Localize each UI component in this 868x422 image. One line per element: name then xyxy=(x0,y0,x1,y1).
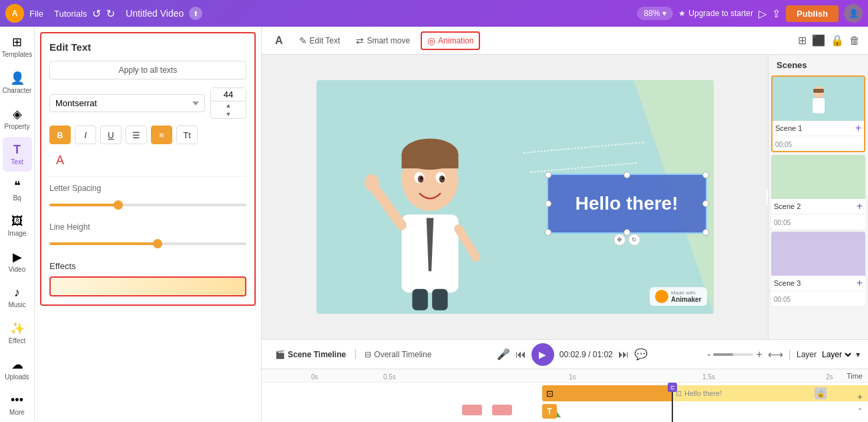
playback-bar: 🎬 Scene Timeline | ⊟ Overall Timeline 🎤 … xyxy=(262,339,868,369)
canvas-text[interactable]: Hello there! xyxy=(575,193,678,214)
redo-button[interactable]: ↻ xyxy=(106,7,115,20)
text-size-button[interactable]: A xyxy=(270,32,288,49)
scene-2-preview xyxy=(771,155,865,199)
font-size-input[interactable]: 44 xyxy=(211,88,246,101)
canvas-frame[interactable]: Hello there! ✥ ↻ Made with Animaker xyxy=(316,80,714,314)
font-family-select[interactable]: Montserrat xyxy=(49,94,205,112)
scene-2-add[interactable]: + xyxy=(857,200,863,212)
line-height-slider[interactable] xyxy=(49,237,246,250)
effects-preview[interactable] xyxy=(49,276,246,296)
svg-rect-18 xyxy=(813,98,825,114)
sidebar-item-templates[interactable]: ⊞ Templates xyxy=(3,29,32,64)
templates-icon: ⊞ xyxy=(12,35,22,49)
timeline-track-text[interactable]: ⊡ Hello there! xyxy=(672,385,868,401)
font-size-down[interactable]: ▼ xyxy=(211,110,246,119)
left-sidebar: ⊞ Templates 👤 Character ◈ Property T Tex… xyxy=(0,27,35,422)
letter-spacing-slider[interactable] xyxy=(49,198,246,212)
skip-forward-button[interactable]: ⏭ xyxy=(618,349,629,361)
rotate-ctrl[interactable]: ↻ xyxy=(628,234,640,246)
image-icon: 🖼 xyxy=(11,214,23,228)
playhead-head[interactable]: ⊏ xyxy=(668,383,677,392)
video-track-icon: ⊡ xyxy=(546,389,554,399)
align-icon-button[interactable]: ⬛ xyxy=(812,34,825,47)
sidebar-item-music[interactable]: ♪ Music xyxy=(3,280,32,314)
overall-timeline-tab[interactable]: ⊟ Overall Timeline xyxy=(359,348,437,361)
animation-button[interactable]: ◎ Animation xyxy=(421,31,480,50)
bq-icon: ❝ xyxy=(14,178,21,193)
move-ctrl[interactable]: ✥ xyxy=(614,234,626,246)
sidebar-item-more[interactable]: ••• More xyxy=(3,387,32,422)
align-center-button[interactable]: ≡ xyxy=(151,126,172,144)
mic-button[interactable]: 🎤 xyxy=(497,348,510,361)
publish-button[interactable]: Publish xyxy=(786,5,839,22)
handle-ml[interactable] xyxy=(545,200,552,207)
fit-button[interactable]: ⟷ xyxy=(768,348,783,361)
file-menu[interactable]: File xyxy=(29,9,43,19)
timeline-track-video[interactable]: ⊡ xyxy=(542,385,676,401)
line-height-thumb[interactable] xyxy=(153,239,162,248)
playback-time: 00:02.9 / 01:02 xyxy=(560,350,613,359)
lock-icon-button[interactable]: 🔒 xyxy=(831,34,844,47)
share-button[interactable]: ⇪ xyxy=(772,7,781,20)
sidebar-item-image[interactable]: 🖼 Image xyxy=(3,208,32,243)
handle-tl[interactable] xyxy=(545,172,552,178)
canvas-text-box[interactable]: Hello there! ✥ ↻ xyxy=(547,174,707,234)
caption-button[interactable]: 💬 xyxy=(634,348,648,361)
sidebar-item-text[interactable]: T Text xyxy=(3,137,32,172)
timeline-bar-1[interactable] xyxy=(462,405,482,415)
user-avatar[interactable]: 👤 xyxy=(844,4,863,23)
sidebar-item-effect[interactable]: ✨ Effect xyxy=(3,316,32,351)
edit-text-button[interactable]: ✎ Edit Text xyxy=(294,33,346,49)
grid-icon-button[interactable]: ⊞ xyxy=(798,34,807,47)
zoom-control[interactable]: 88% ▾ xyxy=(637,7,673,20)
zoom-out-button[interactable]: - xyxy=(707,349,710,361)
zoom-in-button[interactable]: + xyxy=(756,349,762,361)
play-button[interactable]: ▶ xyxy=(531,343,554,366)
sidebar-item-video[interactable]: ▶ Video xyxy=(3,244,32,279)
scene-thumb-2[interactable]: Scene 2 + 00:05 xyxy=(771,155,865,229)
skip-back-button[interactable]: ⏮ xyxy=(515,349,526,361)
sidebar-item-character[interactable]: 👤 Character xyxy=(3,65,32,100)
smart-move-button[interactable]: ⇄ Smart move xyxy=(351,33,415,49)
handle-tm[interactable] xyxy=(624,172,630,178)
project-title: Untitled Video xyxy=(126,8,184,19)
collapse-panel-tab[interactable]: ‹ xyxy=(767,188,768,206)
scene-timeline-tab[interactable]: 🎬 Scene Timeline xyxy=(270,348,351,361)
text-color-button[interactable]: A xyxy=(49,151,71,170)
tutorials-menu[interactable]: Tutorials xyxy=(54,9,87,19)
text-transform-button[interactable]: Tt xyxy=(176,126,198,144)
scene-thumb-1[interactable]: Scene 1 + 00:05 xyxy=(771,75,865,152)
sidebar-item-property[interactable]: ◈ Property xyxy=(3,101,32,136)
sidebar-item-bq[interactable]: ❝ Bq xyxy=(3,173,32,208)
svg-line-11 xyxy=(373,186,402,225)
timeline-text-badge[interactable]: T xyxy=(542,404,557,419)
slider-thumb[interactable] xyxy=(114,200,123,210)
scene-thumb-3[interactable]: Scene 3 + 00:05 xyxy=(771,232,865,306)
scene-1-add[interactable]: + xyxy=(855,122,861,134)
underline-button[interactable]: U xyxy=(100,126,122,144)
font-size-up[interactable]: ▲ xyxy=(211,101,246,110)
sidebar-label-music: Music xyxy=(8,301,25,308)
svg-point-12 xyxy=(365,174,379,192)
timeline-remove-button[interactable]: - xyxy=(857,403,863,414)
bold-button[interactable]: B xyxy=(49,126,71,144)
delete-icon-button[interactable]: 🗑 xyxy=(849,34,860,47)
italic-button[interactable]: I xyxy=(75,126,96,144)
play-preview-button[interactable]: ▷ xyxy=(758,7,767,20)
upgrade-button[interactable]: ★ Upgrade to starter xyxy=(678,9,753,18)
undo-button[interactable]: ↺ xyxy=(92,7,101,20)
svg-rect-17 xyxy=(813,89,824,93)
sidebar-label-more: More xyxy=(9,409,25,416)
save-icon[interactable]: ⬆ xyxy=(189,7,202,20)
handle-bl[interactable] xyxy=(545,229,552,236)
apply-all-button[interactable]: Apply to all texts xyxy=(49,61,246,79)
app-logo[interactable]: A xyxy=(5,4,24,23)
scene-3-add[interactable]: + xyxy=(857,277,863,289)
timeline-add-button[interactable]: + xyxy=(857,391,863,402)
main-area: ⊞ Templates 👤 Character ◈ Property T Tex… xyxy=(0,27,868,422)
timeline-lock-badge[interactable]: 🔒 xyxy=(815,387,827,399)
list-button[interactable]: ☰ xyxy=(126,126,147,144)
timeline-bar-2[interactable] xyxy=(492,405,512,415)
layer-dropdown[interactable]: Layer xyxy=(819,349,853,360)
sidebar-item-uploads[interactable]: ☁ Uploads xyxy=(3,352,32,387)
